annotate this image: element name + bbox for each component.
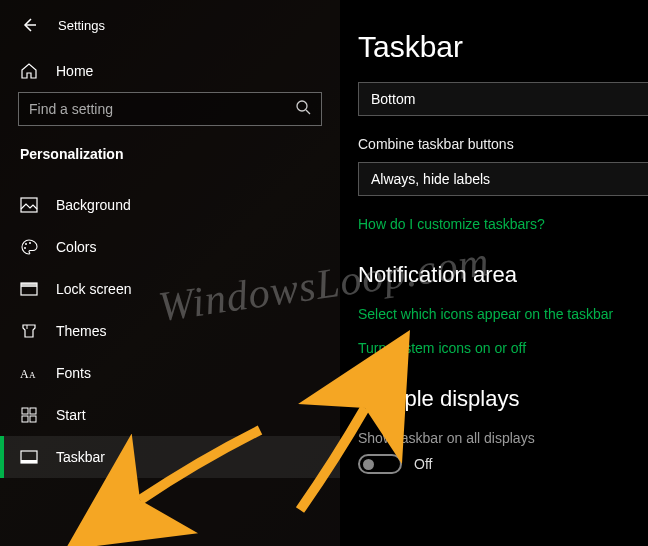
svg-rect-8 bbox=[21, 283, 37, 287]
svg-rect-17 bbox=[21, 460, 37, 463]
main-panel: Taskbar Bottom Combine taskbar buttons A… bbox=[340, 0, 648, 546]
svg-line-2 bbox=[306, 110, 310, 114]
link-select-icons[interactable]: Select which icons appear on the taskbar bbox=[358, 306, 648, 322]
svg-point-6 bbox=[24, 247, 26, 249]
picture-icon bbox=[20, 196, 38, 214]
combine-label: Combine taskbar buttons bbox=[358, 136, 648, 152]
link-customize-taskbars[interactable]: How do I customize taskbars? bbox=[358, 216, 648, 232]
sidebar-item-label: Colors bbox=[56, 239, 96, 255]
sidebar-item-label: Background bbox=[56, 197, 131, 213]
notification-area-heading: Notification area bbox=[358, 262, 648, 288]
sidebar-item-label: Themes bbox=[56, 323, 107, 339]
show-taskbar-all-toggle-row: Off bbox=[358, 454, 648, 474]
palette-icon bbox=[20, 238, 38, 256]
svg-text:A: A bbox=[20, 367, 29, 381]
category-header: Personalization bbox=[0, 142, 340, 174]
home-icon bbox=[20, 62, 38, 80]
sidebar-item-background[interactable]: Background bbox=[0, 184, 340, 226]
svg-rect-3 bbox=[21, 198, 37, 212]
svg-rect-15 bbox=[30, 416, 36, 422]
back-arrow-icon[interactable] bbox=[20, 16, 38, 34]
toggle-state-label: Off bbox=[414, 456, 432, 472]
sidebar-item-start[interactable]: Start bbox=[0, 394, 340, 436]
themes-icon bbox=[20, 322, 38, 340]
sidebar-item-label: Taskbar bbox=[56, 449, 105, 465]
sidebar-item-taskbar[interactable]: Taskbar bbox=[0, 436, 340, 478]
sidebar-nav: Background Colors Lock screen Themes bbox=[0, 184, 340, 478]
search-input[interactable] bbox=[29, 101, 295, 117]
svg-text:A: A bbox=[29, 370, 36, 380]
svg-point-1 bbox=[297, 101, 307, 111]
window-title: Settings bbox=[58, 18, 105, 33]
svg-rect-13 bbox=[30, 408, 36, 414]
sidebar-home[interactable]: Home bbox=[0, 54, 340, 88]
sidebar-item-fonts[interactable]: AA Fonts bbox=[0, 352, 340, 394]
settings-window: Settings Home Personalization Background bbox=[0, 0, 648, 546]
sidebar-item-themes[interactable]: Themes bbox=[0, 310, 340, 352]
sidebar-item-colors[interactable]: Colors bbox=[0, 226, 340, 268]
svg-point-5 bbox=[29, 242, 31, 244]
lockscreen-icon bbox=[20, 280, 38, 298]
page-title: Taskbar bbox=[358, 30, 648, 64]
dropdown-value: Always, hide labels bbox=[371, 171, 490, 187]
search-icon bbox=[295, 99, 311, 119]
dropdown-value: Bottom bbox=[371, 91, 415, 107]
fonts-icon: AA bbox=[20, 364, 38, 382]
taskbar-location-dropdown[interactable]: Bottom bbox=[358, 82, 648, 116]
sidebar-item-label: Start bbox=[56, 407, 86, 423]
search-box[interactable] bbox=[18, 92, 322, 126]
sidebar: Settings Home Personalization Background bbox=[0, 0, 340, 546]
svg-rect-12 bbox=[22, 408, 28, 414]
sidebar-item-lockscreen[interactable]: Lock screen bbox=[0, 268, 340, 310]
show-taskbar-all-toggle[interactable] bbox=[358, 454, 402, 474]
svg-rect-14 bbox=[22, 416, 28, 422]
show-taskbar-all-label: Show taskbar on all displays bbox=[358, 430, 648, 446]
sidebar-item-label: Lock screen bbox=[56, 281, 131, 297]
link-system-icons[interactable]: Turn system icons on or off bbox=[358, 340, 648, 356]
combine-dropdown[interactable]: Always, hide labels bbox=[358, 162, 648, 196]
start-icon bbox=[20, 406, 38, 424]
sidebar-home-label: Home bbox=[56, 63, 93, 79]
svg-point-4 bbox=[25, 243, 27, 245]
taskbar-icon bbox=[20, 448, 38, 466]
sidebar-item-label: Fonts bbox=[56, 365, 91, 381]
multiple-displays-heading: Multiple displays bbox=[358, 386, 648, 412]
